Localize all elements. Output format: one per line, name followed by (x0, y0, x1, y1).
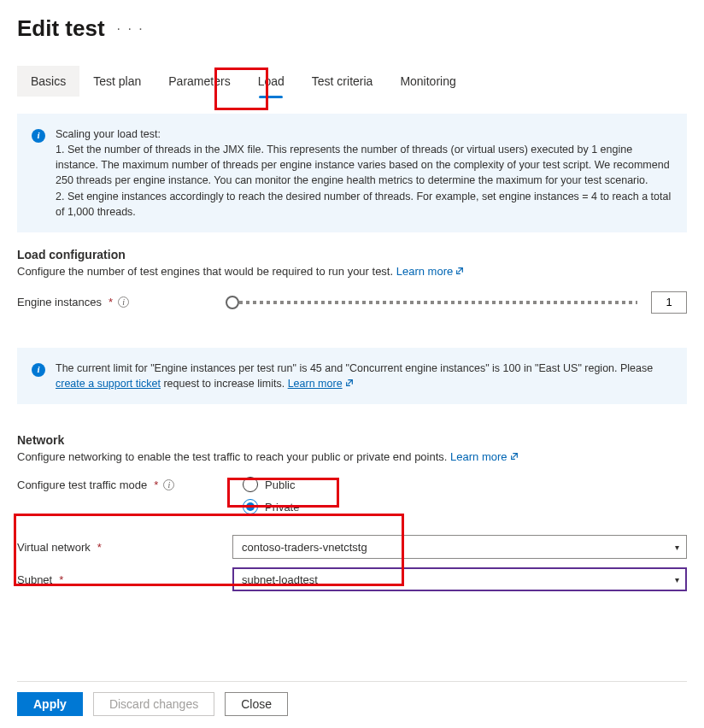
scaling-info-line1: 1. Set the number of threads in the JMX … (56, 142, 672, 188)
tab-test-criteria[interactable]: Test criteria (298, 66, 387, 97)
footer-bar: Apply Discard changes Close (17, 681, 687, 716)
help-icon[interactable]: i (163, 479, 174, 490)
tab-test-plan[interactable]: Test plan (79, 66, 155, 97)
tab-parameters[interactable]: Parameters (155, 66, 243, 97)
required-asterisk: * (154, 478, 158, 491)
tab-bar: Basics Test plan Parameters Load Test cr… (17, 66, 687, 97)
info-icon: i (32, 363, 45, 377)
network-learn-more-link[interactable]: Learn more (450, 450, 518, 463)
engine-instances-input[interactable] (651, 291, 687, 314)
limit-learn-more-link[interactable]: Learn more (288, 378, 354, 390)
chevron-down-icon: ▾ (675, 543, 679, 552)
vnet-value: contoso-traders-vnetctstg (242, 541, 367, 554)
scaling-info-box: i Scaling your load test: 1. Set the num… (17, 114, 687, 232)
close-button[interactable]: Close (225, 692, 288, 716)
required-asterisk: * (109, 296, 113, 308)
radio-public-label: Public (265, 478, 295, 491)
network-title: Network (17, 433, 687, 447)
external-link-icon (510, 450, 519, 459)
external-link-icon (345, 376, 354, 385)
required-asterisk: * (97, 541, 102, 554)
subnet-select[interactable]: subnet-loadtest ▾ (232, 567, 687, 591)
tab-basics[interactable]: Basics (17, 66, 79, 97)
limit-info-text: The current limit for "Engine instances … (56, 361, 672, 391)
engine-instances-label: Engine instances (17, 296, 102, 308)
load-config-title: Load configuration (17, 248, 687, 261)
page-title: Edit test (17, 15, 105, 42)
help-icon[interactable]: i (118, 296, 129, 308)
subnet-value: subnet-loadtest (242, 573, 318, 586)
load-config-learn-more-link[interactable]: Learn more (396, 265, 464, 278)
scaling-info-line2: 2. Set engine instances accordingly to r… (56, 189, 672, 220)
info-icon: i (32, 129, 45, 143)
radio-private-label: Private (265, 501, 299, 514)
create-support-ticket-link[interactable]: create a support ticket (56, 378, 161, 390)
network-desc: Configure networking to enable the test … (17, 450, 687, 463)
apply-button[interactable]: Apply (17, 692, 83, 716)
chevron-down-icon: ▾ (675, 575, 679, 584)
tab-load[interactable]: Load (244, 66, 298, 97)
required-asterisk: * (59, 573, 63, 586)
external-link-icon (455, 265, 464, 273)
traffic-mode-radio-public[interactable]: Public (243, 477, 299, 492)
scaling-info-heading: Scaling your load test: (56, 126, 672, 142)
load-config-desc: Configure the number of test engines tha… (17, 265, 687, 278)
traffic-mode-label: Configure test traffic mode (17, 478, 147, 491)
vnet-select[interactable]: contoso-traders-vnetctstg ▾ (232, 535, 687, 559)
vnet-label: Virtual network (17, 541, 91, 554)
limit-info-box: i The current limit for "Engine instance… (17, 348, 687, 404)
more-icon[interactable]: · · · (117, 21, 144, 37)
discard-changes-button[interactable]: Discard changes (93, 692, 214, 716)
slider-thumb[interactable] (226, 296, 239, 309)
traffic-mode-radio-private[interactable]: Private (243, 499, 299, 514)
tab-monitoring[interactable]: Monitoring (386, 66, 469, 97)
engine-instances-slider[interactable] (232, 291, 687, 314)
subnet-label: Subnet (17, 573, 52, 586)
